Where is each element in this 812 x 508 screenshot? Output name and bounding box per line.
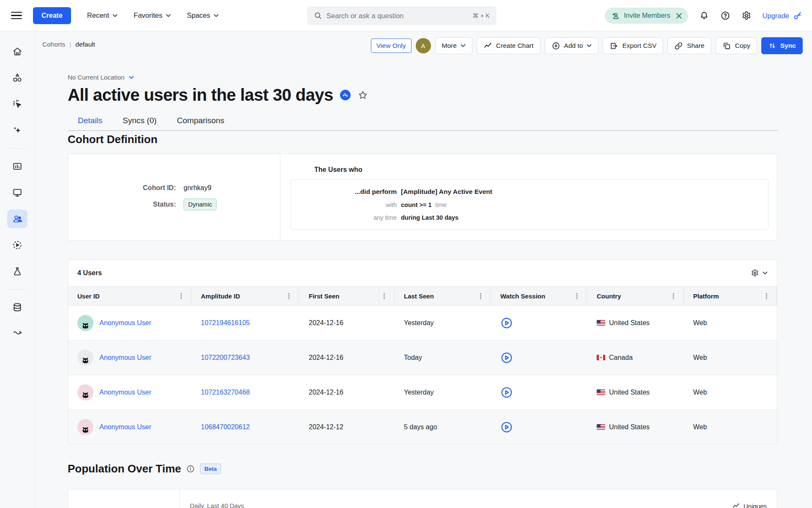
avatar[interactable]: A: [416, 38, 431, 53]
watch-session-cell[interactable]: [491, 340, 587, 375]
sidebar-item-dashboards[interactable]: [7, 183, 27, 202]
copy-button[interactable]: Copy: [716, 37, 757, 54]
tab-comparisons[interactable]: Comparisons: [176, 113, 225, 130]
amplitude-id-link[interactable]: 1072194616105: [201, 319, 250, 327]
user-link[interactable]: Anonymous User: [99, 389, 151, 396]
menu-recent[interactable]: Recent: [87, 11, 118, 19]
user-link[interactable]: Anonymous User: [99, 319, 151, 327]
sidebar-item-objects[interactable]: [7, 69, 27, 87]
notifications-button[interactable]: [699, 11, 709, 21]
create-chart-button[interactable]: Create Chart: [477, 37, 540, 54]
table-settings-button[interactable]: [751, 269, 768, 277]
sync-arrows-icon: [768, 41, 776, 50]
watch-session-cell[interactable]: [491, 306, 587, 340]
topbar: Create Recent Favorites Spaces ⌘ + K Inv…: [0, 0, 812, 31]
invite-members-button[interactable]: Invite Members: [605, 8, 688, 24]
sidebar-item-data[interactable]: [7, 298, 27, 317]
chevron-down-icon: [461, 44, 466, 47]
view-only-badge[interactable]: View Only: [371, 39, 411, 53]
export-csv-button[interactable]: Export CSV: [603, 37, 663, 54]
play-dashed-icon: [12, 240, 23, 251]
amplitude-logo-icon: [340, 90, 351, 100]
column-menu-icon[interactable]: ⋮: [762, 292, 771, 300]
user-id-cell: Anonymous User: [68, 410, 192, 444]
export-icon: [609, 41, 618, 50]
location-dropdown[interactable]: No Current Location: [68, 74, 134, 81]
sync-button[interactable]: Sync: [761, 37, 803, 54]
info-icon[interactable]: [186, 464, 195, 473]
add-to-button[interactable]: Add to: [545, 37, 599, 54]
platform-cell: Web: [684, 306, 777, 340]
watch-session-cell[interactable]: [491, 375, 587, 409]
sidebar-item-data-flow[interactable]: [7, 324, 27, 343]
search-bar[interactable]: ⌘ + K: [307, 6, 497, 25]
close-icon[interactable]: [676, 13, 682, 19]
search-shortcut: ⌘ + K: [472, 12, 490, 19]
country-flag-icon: [597, 389, 605, 395]
table-row: Anonymous User10684700206122024-12-125 d…: [68, 410, 777, 444]
hamburger-menu-icon[interactable]: [11, 12, 22, 19]
country-cell: United States: [587, 375, 684, 409]
column-header-amplitude-id[interactable]: Amplitude ID⋮: [192, 287, 299, 305]
column-header-platform[interactable]: Platform⋮: [684, 287, 777, 305]
column-header-country[interactable]: Country⋮: [587, 287, 684, 305]
upgrade-link[interactable]: Upgrade: [763, 11, 803, 21]
share-button[interactable]: Share: [667, 37, 711, 54]
sidebar-divider: [9, 148, 25, 149]
column-menu-icon[interactable]: ⋮: [669, 292, 678, 300]
during-value: during Last 30 days: [401, 214, 458, 221]
more-button[interactable]: More: [435, 37, 472, 54]
breadcrumb-cohorts[interactable]: Cohorts: [42, 41, 65, 48]
first-seen-cell: 2024-12-16: [299, 375, 395, 409]
cohort-definition-heading: Cohort Definition: [68, 133, 157, 146]
amplitude-id-link[interactable]: 1072200723643: [201, 354, 250, 362]
settings-button[interactable]: [741, 11, 752, 21]
tab-details[interactable]: Details: [77, 113, 103, 130]
column-header-user-id[interactable]: User ID⋮: [68, 287, 192, 305]
first-seen-cell: 2024-12-16: [299, 306, 395, 340]
question-circle-icon: [720, 11, 730, 21]
population-card: Daily, Last 40 Days Uniques: [68, 489, 777, 508]
country-cell: United States: [587, 410, 684, 444]
uniques-metric[interactable]: Uniques: [732, 502, 767, 508]
event-name: [Amplitude] Any Active Event: [401, 188, 492, 196]
column-header-last-seen[interactable]: Last Seen⋮: [395, 287, 491, 305]
sidebar-item-experiments[interactable]: [7, 262, 27, 281]
column-menu-icon[interactable]: ⋮: [284, 292, 294, 300]
users-count: 4 Users: [77, 269, 102, 277]
sidebar-item-ai[interactable]: [7, 121, 27, 140]
amplitude-id-cell: 1072194616105: [192, 306, 299, 340]
amplitude-id-link[interactable]: 1068470020612: [201, 423, 250, 431]
user-id-cell: Anonymous User: [68, 375, 192, 409]
column-header-first-seen[interactable]: First Seen⋮: [299, 287, 395, 305]
sidebar-item-users[interactable]: [7, 210, 27, 228]
user-link[interactable]: Anonymous User: [99, 423, 151, 431]
sidebar-item-home[interactable]: [7, 42, 27, 61]
column-menu-icon[interactable]: ⋮: [379, 292, 389, 300]
play-session-icon: [500, 421, 513, 433]
watch-session-cell[interactable]: [491, 410, 587, 444]
tab-syncs[interactable]: Syncs (0): [122, 113, 157, 130]
star-icon[interactable]: [357, 90, 368, 101]
amplitude-id-link[interactable]: 1072163270468: [201, 389, 250, 396]
sidebar-item-events[interactable]: [7, 95, 27, 113]
play-session-icon: [500, 386, 513, 399]
menu-spaces[interactable]: Spaces: [187, 11, 219, 19]
last-seen-cell: Yesterday: [395, 375, 491, 409]
breadcrumb-current: default: [75, 41, 95, 48]
column-menu-icon[interactable]: ⋮: [176, 292, 186, 300]
column-menu-icon[interactable]: ⋮: [476, 292, 486, 300]
sidebar-item-charts[interactable]: [7, 157, 27, 176]
column-header-watch-session[interactable]: Watch Session⋮: [491, 287, 587, 305]
help-button[interactable]: [720, 11, 730, 21]
chevron-down-icon: [214, 14, 219, 17]
status-label: Status:: [68, 201, 176, 208]
menu-favorites[interactable]: Favorites: [134, 11, 171, 19]
create-button[interactable]: Create: [33, 7, 71, 24]
user-link[interactable]: Anonymous User: [99, 354, 151, 362]
sidebar-item-session-replay[interactable]: [7, 236, 27, 254]
column-menu-icon[interactable]: ⋮: [572, 292, 582, 300]
search-input[interactable]: [326, 12, 468, 20]
chevron-down-icon: [587, 44, 592, 47]
shapes-icon: [12, 72, 23, 83]
